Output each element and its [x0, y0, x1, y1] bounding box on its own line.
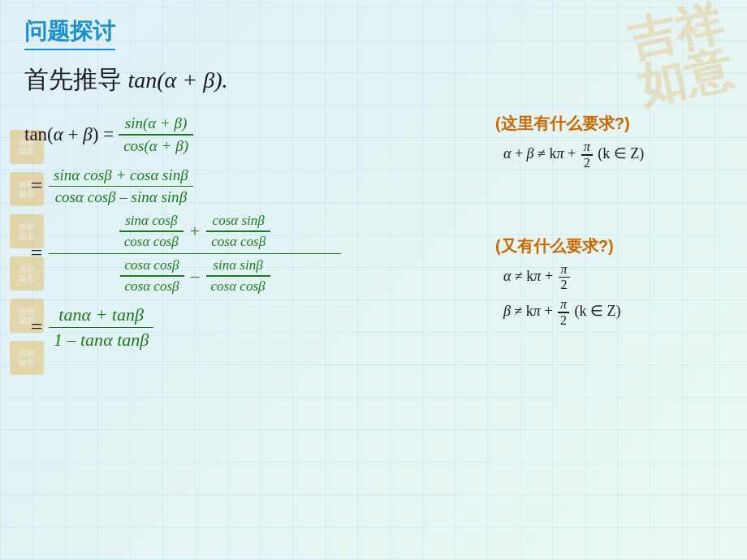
step-0: tan(α + β) = sin(α + β) cos(α + β) — [24, 113, 479, 157]
step2-eq: = — [24, 241, 49, 265]
note1-condition: α + β ≠ kπ + π 2 (k ∈ Z) — [503, 140, 723, 170]
step-1: = sinα cosβ + cosα sinβ cosα cosβ – sinα… — [24, 165, 479, 209]
note1-question: (这里有什么要求?) — [495, 113, 723, 135]
step2-minus: – — [191, 265, 200, 286]
step2-d-br-num: sinα sinβ — [208, 256, 267, 275]
step2-frac-top-left: sinα cosβ cosα cosβ — [119, 211, 184, 252]
section-title: 问题探讨 — [24, 16, 115, 50]
subtitle-math: tan(α + β). — [128, 67, 228, 93]
step2-main-line — [49, 253, 341, 255]
step2-d-bl-den: cosα cosβ — [120, 277, 184, 296]
note2-question: (又有什么要求?) — [495, 235, 723, 257]
step0-fraction: sin(α + β) cos(α + β) — [119, 113, 193, 157]
step1-eq: = — [24, 174, 49, 198]
step2-n-tr-num: cosα sinβ — [208, 211, 270, 230]
note2-condition1: α ≠ kπ + π 2 — [503, 262, 723, 293]
top-right-decoration: 吉祥如意 — [633, 8, 731, 97]
step2-d-bl-num: cosα cosβ — [120, 256, 184, 275]
step2-frac-top-right: cosα sinβ cosα cosβ — [206, 211, 270, 252]
note-2: (又有什么要求?) α ≠ kπ + π 2 β ≠ kπ + π 2 (k ∈… — [495, 235, 723, 328]
step2-frac-bot-right: sinα sinβ cosα cosβ — [206, 256, 270, 296]
notes-panel: (这里有什么要求?) α + β ≠ kπ + π 2 (k ∈ Z) (又有什… — [495, 113, 723, 355]
subtitle-text: 首先推导 — [24, 66, 122, 93]
step2-double-fraction: sinα cosβ cosα cosβ + cosα sinβ cosα cos… — [49, 211, 341, 296]
step2-denominator-row: cosα cosβ cosα cosβ – sinα sinβ cosα cos… — [120, 256, 270, 296]
note2-condition2: β ≠ kπ + π 2 (k ∈ Z) — [503, 297, 723, 328]
step3-numerator: tanα + tanβ — [54, 303, 149, 327]
step0-lhs: tan(α + β) = — [24, 124, 114, 145]
derivation-panel: tan(α + β) = sin(α + β) cos(α + β) = sin… — [24, 113, 479, 355]
step2-n-tr-den: cosα cosβ — [206, 232, 270, 252]
step1-denominator: cosα cosβ – sinα sinβ — [50, 187, 192, 208]
step2-plus: + — [190, 221, 200, 242]
step0-denominator: cos(α + β) — [119, 136, 193, 157]
step2-n-tl-den: cosα cosβ — [119, 232, 184, 252]
step2-n-tl-num: sinα cosβ — [120, 211, 182, 230]
content-area: tan(α + β) = sin(α + β) cos(α + β) = sin… — [24, 113, 723, 355]
step3-denominator: 1 – tanα tanβ — [49, 328, 153, 352]
step3-eq: = — [24, 315, 49, 339]
subtitle: 首先推导 tan(α + β). — [24, 63, 723, 97]
step3-fraction: tanα + tanβ 1 – tanα tanβ — [49, 303, 153, 353]
step2-frac-bot-left: cosα cosβ cosα cosβ — [120, 256, 184, 296]
step0-numerator: sin(α + β) — [120, 113, 192, 134]
step-2: = sinα cosβ cosα cosβ + cosα sinβ — [24, 211, 479, 296]
step2-numerator-row: sinα cosβ cosα cosβ + cosα sinβ cosα cos… — [119, 211, 270, 252]
step1-fraction: sinα cosβ + cosα sinβ cosα cosβ – sinα s… — [49, 165, 193, 209]
note-1: (这里有什么要求?) α + β ≠ kπ + π 2 (k ∈ Z) — [495, 113, 723, 170]
step-3: = tanα + tanβ 1 – tanα tanβ — [24, 303, 479, 353]
step1-numerator: sinα cosβ + cosα sinβ — [49, 165, 193, 186]
slide: 吉祥如意 吉祥如意 吉祥如意 吉祥如意 吉祥如意 吉祥如意 吉祥如意 问题探讨 … — [0, 0, 747, 560]
step2-d-br-den: cosα cosβ — [206, 277, 270, 296]
